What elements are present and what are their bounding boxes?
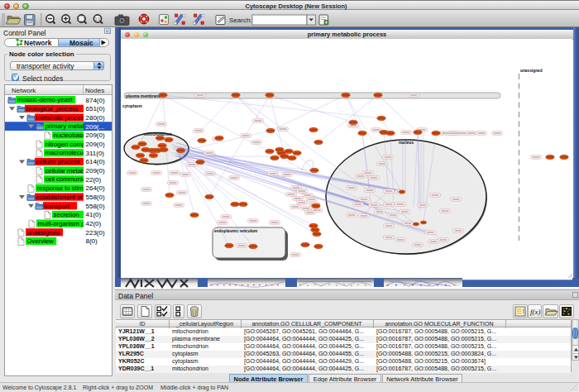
svg-text:endoplasmic reticulum: endoplasmic reticulum: [214, 229, 257, 233]
svg-text:264(0): 264(0): [86, 184, 105, 192]
svg-text:macromolecule: macromolecule: [45, 149, 89, 156]
svg-text:plasma membrane: plasma membrane: [126, 94, 160, 98]
svg-text:biological_process: biological_process: [26, 105, 79, 112]
svg-text:f(x): f(x): [530, 308, 541, 316]
svg-text:Search:: Search:: [229, 16, 252, 23]
svg-text:8(0): 8(0): [86, 237, 98, 245]
svg-text:unassigned: unassigned: [520, 69, 543, 73]
svg-text:metabolic process: metabolic process: [36, 114, 88, 122]
svg-text:cellular process: cellular process: [36, 158, 80, 165]
svg-text:22(0): 22(0): [86, 176, 102, 184]
svg-text:558(0): 558(0): [86, 203, 105, 210]
svg-text:223(0): 223(0): [86, 229, 105, 237]
svg-text:multi-organism pro: multi-organism pro: [38, 220, 91, 227]
svg-text:cytoplasm: cytoplasm: [122, 104, 142, 108]
svg-text:cellular metabo: cellular metabo: [45, 167, 89, 174]
svg-text:209(0): 209(0): [86, 167, 105, 174]
svg-text:614(0): 614(0): [86, 158, 105, 165]
svg-text:42(0): 42(0): [86, 220, 102, 227]
svg-text:41(0): 41(0): [86, 211, 102, 218]
svg-text:280(0): 280(0): [86, 114, 105, 122]
svg-text:nucleus: nucleus: [399, 141, 414, 145]
svg-text:establishment of lo: establishment of lo: [36, 194, 90, 201]
svg-text:209(...: 209(...: [86, 123, 105, 131]
svg-text:874(0): 874(0): [86, 97, 105, 104]
svg-text:Overview: Overview: [27, 237, 54, 245]
svg-text:nitrogen compo: nitrogen compo: [45, 141, 90, 148]
svg-text:558(0): 558(0): [86, 194, 105, 201]
svg-text:nucleobase-: nucleobase-: [54, 131, 89, 139]
svg-text:311(0): 311(0): [86, 150, 105, 157]
svg-text:secretion: secretion: [54, 211, 79, 218]
svg-text:transport: transport: [45, 203, 70, 210]
svg-text:209(0): 209(0): [86, 131, 105, 139]
svg-text:651(0): 651(0): [86, 105, 105, 112]
svg-text:unassigned: unassigned: [27, 229, 60, 237]
svg-text:response to stimulu: response to stimulu: [37, 184, 93, 192]
svg-text:primary metabo: primary metabo: [45, 122, 90, 130]
svg-text:209(0): 209(0): [86, 141, 105, 148]
svg-text:mitochondrion: mitochondrion: [144, 132, 172, 136]
svg-text:mosaic-demo-yeast: mosaic-demo-yeast: [17, 96, 74, 103]
svg-text:cell communicat: cell communicat: [45, 175, 92, 183]
